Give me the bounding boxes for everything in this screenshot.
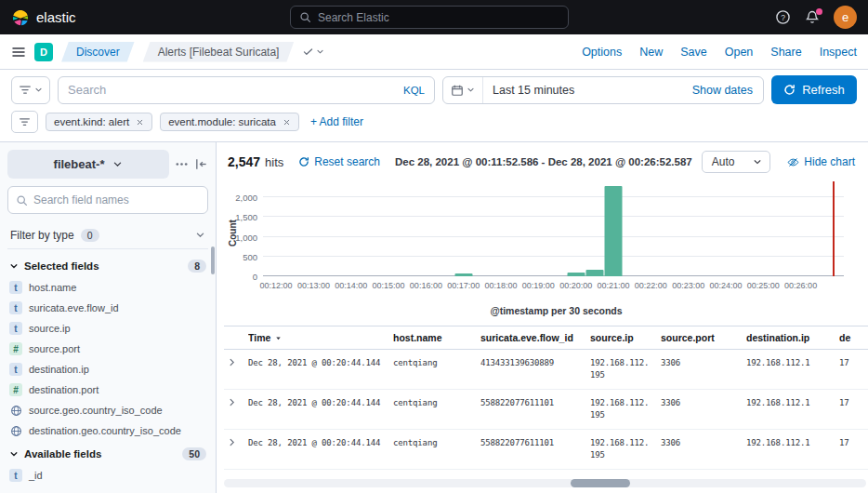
chevron-down-icon xyxy=(9,449,19,459)
field-item[interactable]: # source.port xyxy=(9,342,206,355)
histogram-bar[interactable] xyxy=(567,273,585,276)
share-button[interactable]: Share xyxy=(770,46,801,59)
sidebar-scrollbar[interactable] xyxy=(211,246,215,274)
date-quick-select-button[interactable] xyxy=(443,77,483,103)
field-item[interactable]: t suricata.eve.flow_id xyxy=(9,301,206,314)
field-item[interactable]: t _id xyxy=(9,469,206,482)
chevron-down-icon xyxy=(316,47,324,56)
y-axis-tick-label: 1,000 xyxy=(222,232,257,242)
column-label: source.ip xyxy=(590,332,634,343)
refresh-button[interactable]: Refresh xyxy=(771,75,857,104)
field-item[interactable]: source.geo.country_iso_code xyxy=(9,404,206,417)
field-item[interactable]: t destination.ip xyxy=(9,363,206,376)
column-header-source-port[interactable]: source.port xyxy=(661,332,746,343)
menu-icon[interactable] xyxy=(11,45,26,60)
selected-fields-header[interactable]: Selected fields 8 xyxy=(9,260,206,273)
svg-text:?: ? xyxy=(781,13,785,22)
horizontal-scrollbar[interactable] xyxy=(224,479,866,487)
cell-flow-id: 558822077611101 xyxy=(480,437,590,449)
cell-destination-port: 17 xyxy=(839,437,868,449)
column-header-destination-ip[interactable]: destination.ip xyxy=(746,332,839,343)
kql-language-button[interactable]: KQL xyxy=(403,85,425,96)
filter-pill-label: event.kind: alert xyxy=(54,116,129,127)
query-input-box[interactable]: KQL xyxy=(58,76,435,104)
hits-bar: 2,547 hits Reset search Dec 28, 2021 @ 0… xyxy=(217,142,868,178)
x-axis-tick-label: 00:13:00 xyxy=(297,281,330,290)
time-range-value[interactable]: Last 15 minutes xyxy=(483,84,584,97)
column-header-source-ip[interactable]: source.ip xyxy=(590,332,661,343)
user-avatar[interactable]: e xyxy=(834,6,857,29)
column-header-destination-port[interactable]: de xyxy=(839,332,868,343)
notification-dot xyxy=(816,8,822,15)
add-filter-button[interactable]: + Add filter xyxy=(310,115,363,128)
available-fields-header[interactable]: Available fields 50 xyxy=(9,447,206,460)
notifications-bell-icon[interactable] xyxy=(805,10,820,25)
string-field-icon: t xyxy=(9,301,22,314)
field-item[interactable]: # destination.port xyxy=(9,383,206,396)
hide-chart-button[interactable]: Hide chart xyxy=(787,155,855,168)
field-item[interactable]: t host.name xyxy=(9,281,206,294)
filter-pill-event-module[interactable]: event.module: suricata xyxy=(160,113,299,131)
histogram-bar[interactable] xyxy=(454,273,472,276)
saved-query-menu-button[interactable] xyxy=(11,76,50,104)
histogram-chart[interactable]: Count 05001,0001,5002,00000:12:0000:13:0… xyxy=(220,180,859,299)
column-header-host-name[interactable]: host.name xyxy=(393,332,480,343)
global-search-input[interactable] xyxy=(318,11,559,24)
hits-count: 2,547 xyxy=(228,154,260,169)
save-button[interactable]: Save xyxy=(680,46,707,59)
cell-source-ip: 192.168.112.195 xyxy=(590,357,661,381)
filter-funnel-icon xyxy=(19,84,32,97)
global-search-bar[interactable] xyxy=(290,6,569,29)
filter-by-type-button[interactable]: Filter by type 0 xyxy=(7,221,208,249)
help-icon[interactable]: ? xyxy=(775,9,791,25)
inspect-button[interactable]: Inspect xyxy=(820,46,857,59)
field-name: source.geo.country_iso_code xyxy=(29,405,163,416)
x-axis-tick-label: 00:16:00 xyxy=(410,281,442,290)
cell-host-name: centqiang xyxy=(393,437,480,449)
remove-filter-icon[interactable] xyxy=(136,118,144,127)
field-search-box[interactable] xyxy=(7,186,208,214)
filter-pill-event-kind[interactable]: event.kind: alert xyxy=(46,113,152,131)
space-badge[interactable]: D xyxy=(34,43,53,61)
field-name: source.ip xyxy=(29,323,71,334)
documents-table: Time host.name suricata.eve.flow_id sour… xyxy=(224,326,868,470)
cell-source-port: 3306 xyxy=(661,397,746,409)
filter-options-button[interactable] xyxy=(11,111,38,133)
column-header-flow-id[interactable]: suricata.eve.flow_id xyxy=(480,332,590,343)
boxes-horizontal-icon[interactable] xyxy=(175,157,189,171)
options-button[interactable]: Options xyxy=(582,46,622,59)
available-fields-section: Available fields 50 t _id xyxy=(0,437,216,482)
collapse-sidebar-icon[interactable] xyxy=(194,157,208,171)
query-input[interactable] xyxy=(68,83,397,97)
index-pattern-switcher[interactable]: filebeat-* xyxy=(7,150,169,179)
expand-row-button[interactable] xyxy=(227,437,237,447)
filter-funnel-icon xyxy=(19,116,31,128)
reset-search-button[interactable]: Reset search xyxy=(298,155,380,168)
show-dates-button[interactable]: Show dates xyxy=(692,84,763,97)
expand-row-button[interactable] xyxy=(227,397,237,407)
cell-destination-port: 17 xyxy=(839,397,868,409)
chart-gridline xyxy=(263,216,844,217)
saved-object-menu[interactable] xyxy=(302,46,324,58)
horizontal-scrollbar-thumb[interactable] xyxy=(571,479,630,487)
histogram-bar[interactable] xyxy=(605,186,623,276)
new-button[interactable]: New xyxy=(639,46,663,59)
table-header: Time host.name suricata.eve.flow_id sour… xyxy=(224,326,868,350)
refresh-icon xyxy=(298,156,309,167)
search-icon xyxy=(299,11,311,23)
column-header-time[interactable]: Time xyxy=(248,332,393,343)
elastic-brand[interactable]: elastic xyxy=(11,8,76,27)
field-item[interactable]: t source.ip xyxy=(9,322,206,335)
field-search-input[interactable] xyxy=(33,193,200,207)
histogram-bar[interactable] xyxy=(585,270,603,276)
remove-filter-icon[interactable] xyxy=(283,118,291,127)
column-label: host.name xyxy=(393,332,442,343)
chart-plot-area[interactable]: 05001,0001,5002,00000:12:0000:13:0000:14… xyxy=(263,181,844,276)
interval-select[interactable]: Auto xyxy=(702,151,770,173)
sort-desc-icon[interactable] xyxy=(274,334,283,342)
open-button[interactable]: Open xyxy=(725,46,754,59)
expand-row-button[interactable] xyxy=(227,357,237,367)
field-item[interactable]: destination.geo.country_iso_code xyxy=(9,424,206,437)
column-label: destination.ip xyxy=(746,332,809,343)
breadcrumb-discover[interactable]: Discover xyxy=(61,42,135,62)
